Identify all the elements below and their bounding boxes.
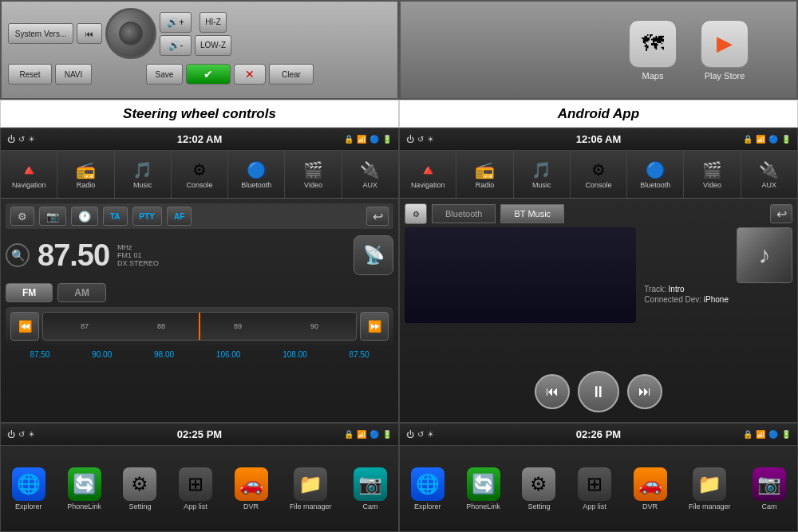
clock-button[interactable]: 🕐 <box>71 207 98 226</box>
play-pause-button[interactable]: ⏸ <box>578 371 619 412</box>
confirm-button[interactable]: ✔ <box>186 64 231 85</box>
frequency-display: 87.50 <box>38 238 109 273</box>
bt-info: Track: Intro Connected Dev: iPhone <box>641 227 732 363</box>
botr-setting[interactable]: ⚙ Setting <box>522 467 555 510</box>
bot-cam[interactable]: 📷 Cam <box>354 467 387 510</box>
preset-2[interactable]: 90.00 <box>92 350 112 359</box>
maps-label: Maps <box>642 71 664 81</box>
nav-aux[interactable]: 🔌 AUX <box>342 151 398 198</box>
maps-app[interactable]: 🗺 Maps <box>629 20 677 81</box>
next-track-button[interactable]: ⏭ <box>627 374 662 409</box>
af-button[interactable]: AF <box>167 207 192 226</box>
bot-left-apps: 🌐 Explorer 🔄 PhoneLink ⚙ Setting ⊞ App l… <box>1 446 398 531</box>
nav-console[interactable]: ⚙ Console <box>172 151 228 198</box>
radio-content: ⚙ 📷 🕐 TA PTY AF ↩ 🔍 87.50 MHz FM1 01 DX … <box>1 199 398 422</box>
navi-button[interactable]: NAVI <box>55 64 92 85</box>
bottom-right-panel: ⏻ ↺ ☀ 02:26 PM 🔒 📶 🔵 🔋 🌐 Explorer 🔄 Phon… <box>399 423 798 532</box>
preset-5[interactable]: 108.00 <box>282 350 307 359</box>
prev-freq-button[interactable]: ⏪ <box>10 312 39 341</box>
status-right-icons: 🔒 📶 🔵 🔋 <box>344 135 392 144</box>
radio-toolbar: ⚙ 📷 🕐 TA PTY AF ↩ <box>6 203 393 229</box>
reset-button[interactable]: Reset <box>8 64 52 85</box>
nav-radio[interactable]: 📻 Radio <box>57 151 114 198</box>
caption-steering: Steering wheel controls <box>0 100 399 128</box>
bt-nav-bluetooth[interactable]: 🔵 Bluetooth <box>627 151 684 198</box>
bot-left-status: ⏻ ↺ ☀ 02:25 PM 🔒 📶 🔵 🔋 <box>1 424 398 446</box>
bot-filemanager[interactable]: 📁 File manager <box>290 467 332 510</box>
nav-music[interactable]: 🎵 Music <box>115 151 172 198</box>
nav-navigation[interactable]: 🔺 Navigation <box>1 151 57 198</box>
bot-applist[interactable]: ⊞ App list <box>179 467 212 510</box>
steering-wheel-icon <box>105 8 156 59</box>
bt-tab-bluetooth[interactable]: Bluetooth <box>432 204 496 223</box>
bot-left-time: 02:25 PM <box>177 428 222 440</box>
prev-track-button[interactable]: ⏮ <box>535 374 570 409</box>
bt-nav-music[interactable]: 🎵 Music <box>514 151 571 198</box>
frequency-area: 🔍 87.50 MHz FM1 01 DX STEREO 📡 <box>6 232 393 278</box>
preset-3[interactable]: 98.00 <box>154 350 174 359</box>
eq-button[interactable]: ⚙ <box>10 207 34 226</box>
botr-applist[interactable]: ⊞ App list <box>578 467 611 510</box>
lo-z-label: LOW-Z <box>195 35 231 56</box>
preset-4[interactable]: 106.00 <box>216 350 241 359</box>
pty-button[interactable]: PTY <box>132 207 162 226</box>
bt-toolbar: ⚙ Bluetooth BT Music ↩ <box>405 203 792 224</box>
bt-playback-controls: ⏮ ⏸ ⏭ <box>405 366 792 417</box>
bottom-left-panel: ⏻ ↺ ☀ 02:25 PM 🔒 📶 🔵 🔋 🌐 Explorer 🔄 Phon… <box>0 423 399 532</box>
radio-nav-bar: 🔺 Navigation 📻 Radio 🎵 Music ⚙ Console 🔵… <box>1 151 398 199</box>
prev-track-button[interactable]: ⏮ <box>77 23 102 44</box>
bt-nav-console[interactable]: ⚙ Console <box>571 151 627 198</box>
radio-status-bar: ⏻ ↺ ☀ 12:02 AM 🔒 📶 🔵 🔋 <box>1 128 398 151</box>
radio-time: 12:02 AM <box>177 133 223 145</box>
bt-eq-button[interactable]: ⚙ <box>405 203 427 224</box>
fm-button[interactable]: FM <box>6 283 53 302</box>
bt-status-bar: ⏻ ↺ ☀ 12:06 AM 🔒 📶 🔵 🔋 <box>400 128 797 151</box>
clear-button[interactable]: Clear <box>269 64 314 85</box>
camera-button[interactable]: 📷 <box>39 207 66 226</box>
bot-right-status: ⏻ ↺ ☀ 02:26 PM 🔒 📶 🔵 🔋 <box>400 424 797 446</box>
bt-tab-music[interactable]: BT Music <box>500 204 564 223</box>
botr-explorer[interactable]: 🌐 Explorer <box>411 467 444 510</box>
phonelink-icon: 🔄 <box>68 467 101 501</box>
search-icon[interactable]: 🔍 <box>6 243 30 267</box>
bot-dvr[interactable]: 🚗 DVR <box>235 467 268 510</box>
botr-cam-icon: 📷 <box>753 467 786 501</box>
track-info: Track: Intro Connected Dev: iPhone <box>644 285 729 305</box>
ta-button[interactable]: TA <box>103 207 128 226</box>
preset-1[interactable]: 87.50 <box>30 350 49 359</box>
bt-nav-navigation[interactable]: 🔺 Navigation <box>400 151 456 198</box>
bot-explorer[interactable]: 🌐 Explorer <box>12 467 45 510</box>
bt-nav-aux[interactable]: 🔌 AUX <box>741 151 797 198</box>
bot-setting[interactable]: ⚙ Setting <box>123 467 156 510</box>
radio-back-button[interactable]: ↩ <box>366 207 389 226</box>
dvr-icon: 🚗 <box>235 467 268 501</box>
bt-nav-video[interactable]: 🎬 Video <box>684 151 741 198</box>
freq-track[interactable]: 87 88 89 90 <box>42 312 357 341</box>
am-button[interactable]: AM <box>57 283 106 302</box>
explorer-icon: 🌐 <box>12 467 45 501</box>
botr-filemanager-icon: 📁 <box>693 467 726 501</box>
bt-status-right: 🔒 📶 🔵 🔋 <box>743 135 791 144</box>
top-right-panel: 🗺 Maps ▶ Play Store <box>399 0 798 100</box>
botr-phonelink[interactable]: 🔄 PhoneLink <box>466 467 500 510</box>
nav-video[interactable]: 🎬 Video <box>285 151 342 198</box>
bot-phonelink[interactable]: 🔄 PhoneLink <box>67 467 101 510</box>
radio-panel: ⏻ ↺ ☀ 12:02 AM 🔒 📶 🔵 🔋 🔺 Navigation 📻 Ra… <box>0 128 399 423</box>
save-button[interactable]: Save <box>146 64 183 85</box>
botr-filemanager[interactable]: 📁 File manager <box>689 467 731 510</box>
bt-back-button[interactable]: ↩ <box>770 204 792 223</box>
bt-nav-radio[interactable]: 📻 Radio <box>456 151 513 198</box>
freq-slider: ⏪ 87 88 89 90 ⏩ <box>6 307 393 345</box>
system-vers-button[interactable]: System Vers... <box>8 23 73 44</box>
botr-dvr-icon: 🚗 <box>634 467 667 501</box>
preset-6[interactable]: 87.50 <box>350 350 369 359</box>
botr-cam[interactable]: 📷 Cam <box>753 467 786 510</box>
vol-up-button[interactable]: 🔊+ <box>160 12 192 33</box>
nav-bluetooth[interactable]: 🔵 Bluetooth <box>228 151 285 198</box>
vol-dn-button[interactable]: 🔊- <box>160 35 192 56</box>
botr-dvr[interactable]: 🚗 DVR <box>634 467 667 510</box>
caption-android: Android App <box>399 100 798 128</box>
play-store-app[interactable]: ▶ Play Store <box>701 20 749 81</box>
cancel-button[interactable]: ✕ <box>234 64 266 85</box>
next-freq-button[interactable]: ⏩ <box>360 312 389 341</box>
